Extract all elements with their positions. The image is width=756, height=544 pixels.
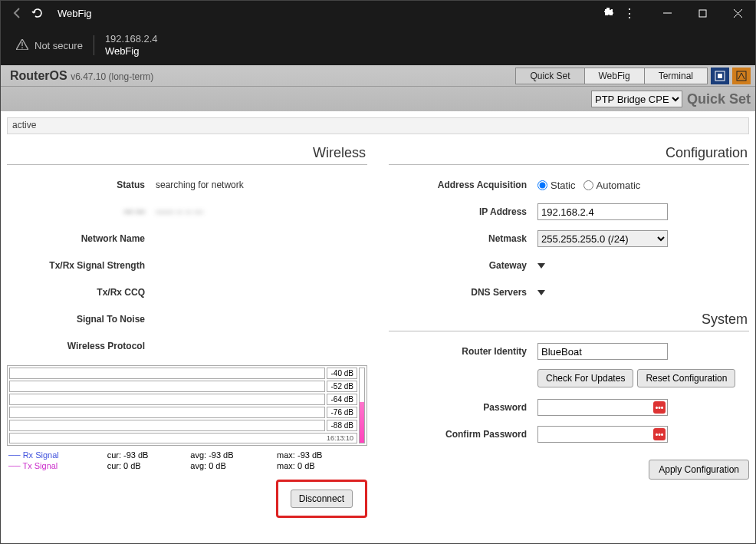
extension-icon[interactable]	[602, 6, 614, 21]
identity-input[interactable]	[537, 343, 668, 360]
icon-button-1[interactable]	[711, 68, 729, 84]
window-titlebar: WebFig ⋮	[1, 1, 755, 25]
status-line: active	[7, 117, 749, 134]
svg-point-5	[21, 47, 23, 48]
svg-rect-7	[718, 74, 722, 78]
txrx-ccq-label: Tx/Rx CCQ	[7, 287, 156, 298]
hidden-label: --- ---	[7, 206, 156, 217]
wireless-protocol-label: Wireless Protocol	[7, 341, 156, 351]
refresh-icon[interactable]	[31, 7, 44, 19]
identity-label: Router Identity	[389, 346, 537, 357]
config-heading: Configuration	[389, 140, 749, 165]
mode-select[interactable]: PTP Bridge CPE	[591, 91, 682, 107]
window-title: WebFig	[58, 8, 92, 19]
back-icon[interactable]	[12, 7, 24, 19]
maximize-button[interactable]	[685, 1, 720, 25]
not-secure-label: Not secure	[35, 40, 83, 51]
url-name: WebFig	[105, 45, 158, 58]
address-bar: Not secure 192.168.2.4 WebFig	[1, 25, 755, 65]
dns-label: DNS Servers	[389, 287, 537, 298]
tab-webfig[interactable]: WebFig	[584, 68, 645, 84]
url-ip: 192.168.2.4	[105, 33, 158, 45]
minimize-button[interactable]	[649, 1, 685, 25]
netmask-select[interactable]: 255.255.255.0 (/24)	[537, 230, 668, 247]
gateway-expand-icon[interactable]	[537, 263, 545, 269]
icon-button-2[interactable]	[732, 68, 751, 84]
svg-rect-1	[699, 10, 706, 17]
check-updates-button[interactable]: Check For Updates	[537, 369, 633, 387]
system-heading: System	[389, 307, 749, 331]
password-label: Password	[389, 402, 537, 413]
wireless-section: Wireless Statussearching for network ---…	[7, 140, 367, 518]
automatic-radio[interactable]: Automatic	[583, 180, 641, 191]
signal-graph: -40 dB -52 dB -64 dB -76 dB -88 dB 16:13…	[7, 365, 367, 446]
confirm-password-label: Confirm Password	[389, 429, 537, 440]
password-indicator-icon[interactable]: •••	[653, 401, 666, 414]
gateway-label: Gateway	[389, 260, 537, 271]
wireless-heading: Wireless	[7, 140, 367, 165]
static-radio[interactable]: Static	[537, 180, 576, 191]
confirm-password-input[interactable]	[537, 426, 668, 443]
ip-label: IP Address	[389, 206, 537, 217]
tab-terminal[interactable]: Terminal	[644, 68, 708, 84]
password-input[interactable]	[537, 399, 668, 416]
addr-acq-label: Address Acquisition	[389, 180, 537, 190]
reset-config-button[interactable]: Reset Configuration	[637, 369, 735, 387]
warning-icon	[16, 39, 28, 52]
disconnect-button[interactable]: Disconnect	[291, 490, 353, 508]
webfig-header: RouterOS v6.47.10 (long-term) Quick Set …	[1, 65, 755, 111]
brand: RouterOS v6.47.10 (long-term)	[5, 69, 153, 83]
menu-dots-icon[interactable]: ⋮	[623, 6, 636, 21]
close-button[interactable]	[720, 1, 755, 25]
status-value: searching for network	[156, 180, 367, 190]
signal-legend: ── Rx Signalcur: -93 dBavg: -93 dBmax: -…	[7, 449, 367, 472]
config-section: Configuration Address Acquisition Static…	[389, 140, 749, 518]
hidden-value: ------ -- -- ---	[156, 206, 367, 217]
status-label: Status	[7, 180, 156, 190]
ip-input[interactable]	[537, 203, 668, 220]
netmask-label: Netmask	[389, 233, 537, 244]
tab-quick-set[interactable]: Quick Set	[515, 68, 584, 84]
txrx-signal-label: Tx/Rx Signal Strength	[7, 260, 156, 271]
confirm-password-indicator-icon[interactable]: •••	[653, 428, 666, 440]
disconnect-highlight: Disconnect	[276, 480, 367, 518]
network-name-label: Network Name	[7, 233, 156, 244]
dns-expand-icon[interactable]	[537, 290, 545, 295]
apply-config-button[interactable]: Apply Configuration	[649, 460, 749, 480]
quickset-label: Quick Set	[687, 91, 751, 107]
snr-label: Signal To Noise	[7, 314, 156, 325]
